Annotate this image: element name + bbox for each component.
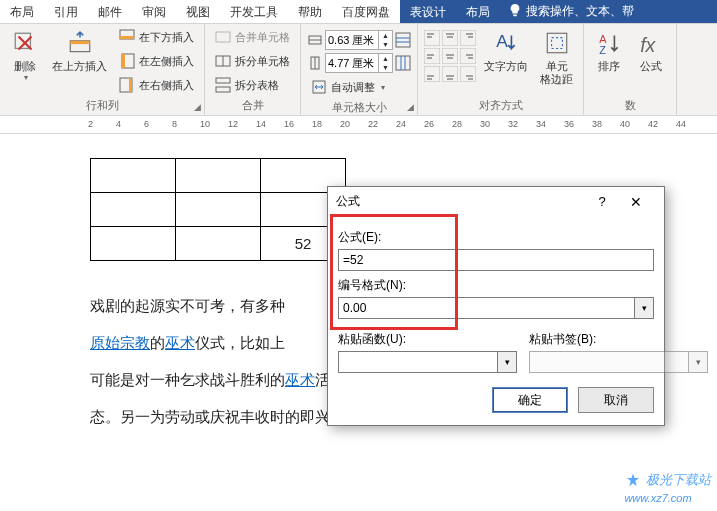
spin-up-icon[interactable]: ▲ bbox=[379, 54, 392, 63]
svg-rect-15 bbox=[216, 87, 230, 92]
svg-rect-4 bbox=[70, 41, 90, 44]
chevron-down-icon: ▾ bbox=[688, 351, 708, 373]
align-mc-icon[interactable] bbox=[442, 48, 458, 64]
tab-baidu[interactable]: 百度网盘 bbox=[332, 0, 400, 23]
tab-devtools[interactable]: 开发工具 bbox=[220, 0, 288, 23]
svg-rect-48 bbox=[442, 66, 458, 82]
delete-icon bbox=[10, 28, 40, 58]
dialog-help-button[interactable]: ? bbox=[588, 194, 616, 209]
insert-above-button[interactable]: 在上方插入 bbox=[48, 26, 111, 96]
svg-rect-10 bbox=[129, 78, 132, 92]
svg-rect-8 bbox=[122, 54, 125, 68]
watermark: 极光下载站 www.xz7.com bbox=[624, 471, 711, 505]
formula-icon: fx bbox=[636, 28, 666, 58]
group-data: AZ 排序 fx 公式 数 bbox=[584, 24, 677, 115]
tellme-placeholder: 搜索操作、文本、帮 bbox=[526, 3, 634, 20]
svg-rect-51 bbox=[460, 66, 476, 82]
distribute-cols-icon[interactable] bbox=[395, 55, 411, 71]
tab-help[interactable]: 帮助 bbox=[288, 0, 332, 23]
autofit-icon bbox=[311, 79, 327, 95]
align-ml-icon[interactable] bbox=[424, 48, 440, 64]
split-cells-button[interactable]: 拆分单元格 bbox=[211, 50, 294, 72]
align-br-icon[interactable] bbox=[460, 66, 476, 82]
text-run: 仪式，比如上 bbox=[195, 334, 285, 351]
sort-button[interactable]: AZ 排序 bbox=[590, 26, 628, 96]
link[interactable]: 巫术 bbox=[165, 334, 195, 351]
group-label-align: 对齐方式 bbox=[424, 96, 577, 115]
numfmt-combo[interactable]: ▾ bbox=[338, 297, 654, 319]
svg-rect-11 bbox=[216, 32, 230, 42]
tab-references[interactable]: 引用 bbox=[44, 0, 88, 23]
svg-rect-6 bbox=[120, 36, 134, 39]
ruler-tick: 40 bbox=[620, 119, 630, 129]
tab-view[interactable]: 视图 bbox=[176, 0, 220, 23]
align-mr-icon[interactable] bbox=[460, 48, 476, 64]
distribute-rows-icon[interactable] bbox=[395, 32, 411, 48]
align-tl-icon[interactable] bbox=[424, 30, 440, 46]
col-width-field[interactable] bbox=[326, 57, 378, 69]
dialog-close-button[interactable]: ✕ bbox=[616, 194, 656, 210]
cell-margins-button[interactable]: 单元 格边距 bbox=[536, 26, 577, 96]
tab-mailings[interactable]: 邮件 bbox=[88, 0, 132, 23]
col-width-input[interactable]: ▲▼ bbox=[325, 53, 393, 73]
insert-right-label: 在右侧插入 bbox=[139, 78, 194, 93]
document-table[interactable]: 52 bbox=[90, 158, 346, 261]
paste-fn-combo[interactable]: ▾ bbox=[338, 351, 517, 373]
ruler-tick: 42 bbox=[648, 119, 658, 129]
align-tr-icon[interactable] bbox=[460, 30, 476, 46]
link[interactable]: 巫术 bbox=[285, 371, 315, 388]
svg-rect-18 bbox=[396, 33, 410, 47]
tab-tabledesign[interactable]: 表设计 bbox=[400, 0, 456, 23]
dialog-launcher-icon[interactable]: ◢ bbox=[407, 102, 414, 112]
svg-rect-33 bbox=[460, 30, 476, 46]
numfmt-input[interactable] bbox=[338, 297, 634, 319]
chevron-down-icon[interactable]: ▾ bbox=[497, 351, 517, 373]
link[interactable]: 原始宗教 bbox=[90, 334, 150, 351]
align-tc-icon[interactable] bbox=[442, 30, 458, 46]
text-run: 的 bbox=[150, 334, 165, 351]
spin-down-icon[interactable]: ▼ bbox=[379, 40, 392, 49]
delete-label: 删除 bbox=[14, 60, 36, 73]
insert-right-button[interactable]: 在右侧插入 bbox=[115, 74, 198, 96]
text-direction-button[interactable]: A 文字方向 bbox=[480, 26, 532, 96]
ruler-tick: 38 bbox=[592, 119, 602, 129]
group-merge: 合并单元格 拆分单元格 拆分表格 合并 bbox=[205, 24, 301, 115]
align-bc-icon[interactable] bbox=[442, 66, 458, 82]
ribbon-tabs: 布局 引用 邮件 审阅 视图 开发工具 帮助 百度网盘 表设计 布局 搜索操作、… bbox=[0, 0, 717, 24]
group-cellsize: ▲▼ ▲▼ 自动调整▾ 单元格大小 ◢ bbox=[301, 24, 418, 115]
tab-layout2[interactable]: 布局 bbox=[456, 0, 500, 23]
insert-below-button[interactable]: 在下方插入 bbox=[115, 26, 198, 48]
delete-button[interactable]: 删除▾ bbox=[6, 26, 44, 96]
ruler-tick: 6 bbox=[144, 119, 149, 129]
insert-above-icon bbox=[65, 28, 95, 58]
tellme-search[interactable]: 搜索操作、文本、帮 bbox=[500, 0, 717, 23]
group-label-merge: 合并 bbox=[211, 96, 294, 115]
svg-rect-14 bbox=[216, 78, 230, 83]
tab-layout1[interactable]: 布局 bbox=[0, 0, 44, 23]
row-height-input[interactable]: ▲▼ bbox=[325, 30, 393, 50]
chevron-down-icon[interactable]: ▾ bbox=[634, 297, 654, 319]
formula-input[interactable] bbox=[338, 249, 654, 271]
align-bl-icon[interactable] bbox=[424, 66, 440, 82]
ruler[interactable]: 2468101214161820222426283032343638404244 bbox=[0, 116, 717, 134]
merge-cells-button[interactable]: 合并单元格 bbox=[211, 26, 294, 48]
row-height-field[interactable] bbox=[326, 34, 378, 46]
chevron-down-icon: ▾ bbox=[24, 73, 28, 83]
spin-up-icon[interactable]: ▲ bbox=[379, 31, 392, 40]
tab-review[interactable]: 审阅 bbox=[132, 0, 176, 23]
insert-left-button[interactable]: 在左侧插入 bbox=[115, 50, 198, 72]
formula-button[interactable]: fx 公式 bbox=[632, 26, 670, 96]
dialog-titlebar[interactable]: 公式 ? ✕ bbox=[328, 187, 664, 217]
split-table-button[interactable]: 拆分表格 bbox=[211, 74, 294, 96]
svg-rect-42 bbox=[460, 48, 476, 64]
ok-button[interactable]: 确定 bbox=[492, 387, 568, 413]
cancel-button[interactable]: 取消 bbox=[578, 387, 654, 413]
group-label-rowcol: 行和列 bbox=[6, 96, 198, 115]
chevron-down-icon: ▾ bbox=[381, 83, 385, 92]
dialog-launcher-icon[interactable]: ◢ bbox=[194, 102, 201, 112]
autofit-button[interactable]: 自动调整▾ bbox=[307, 76, 411, 98]
paste-bm-combo: ▾ bbox=[529, 351, 708, 373]
paste-fn-input[interactable] bbox=[338, 351, 497, 373]
spin-down-icon[interactable]: ▼ bbox=[379, 63, 392, 72]
ruler-tick: 32 bbox=[508, 119, 518, 129]
